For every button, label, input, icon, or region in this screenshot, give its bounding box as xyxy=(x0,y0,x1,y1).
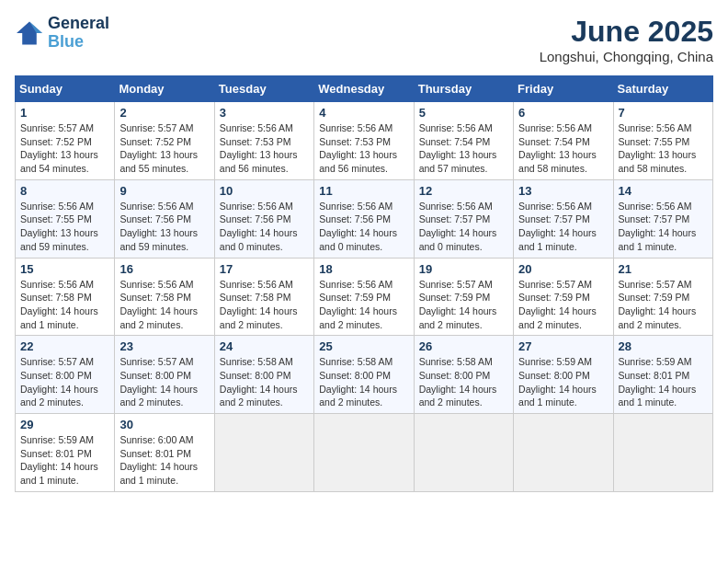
daylight-label: Daylight: 14 hours and 2 minutes. xyxy=(419,305,497,330)
day-number: 20 xyxy=(518,262,608,276)
day-info: Sunrise: 5:59 AM Sunset: 8:01 PM Dayligh… xyxy=(619,355,708,409)
weekday-header-tuesday: Tuesday xyxy=(214,76,313,102)
calendar-table: SundayMondayTuesdayWednesdayThursdayFrid… xyxy=(15,75,713,492)
day-info: Sunrise: 5:57 AM Sunset: 7:59 PM Dayligh… xyxy=(619,278,708,332)
day-info: Sunrise: 5:57 AM Sunset: 7:59 PM Dayligh… xyxy=(419,278,508,332)
calendar-cell: 25 Sunrise: 5:58 AM Sunset: 8:00 PM Dayl… xyxy=(314,336,414,414)
day-number: 19 xyxy=(419,262,508,276)
day-info: Sunrise: 5:56 AM Sunset: 7:53 PM Dayligh… xyxy=(220,121,309,176)
day-info: Sunrise: 5:56 AM Sunset: 7:56 PM Dayligh… xyxy=(319,200,408,254)
logo-text: General Blue xyxy=(48,15,109,52)
day-info: Sunrise: 5:58 AM Sunset: 8:00 PM Dayligh… xyxy=(319,355,408,409)
daylight-label: Daylight: 13 hours and 55 minutes. xyxy=(119,149,198,174)
calendar-cell xyxy=(514,414,613,492)
day-number: 9 xyxy=(119,184,209,198)
calendar-cell: 13 Sunrise: 5:56 AM Sunset: 7:57 PM Dayl… xyxy=(514,179,613,258)
calendar-cell: 20 Sunrise: 5:57 AM Sunset: 7:59 PM Dayl… xyxy=(514,258,613,336)
calendar-cell: 21 Sunrise: 5:57 AM Sunset: 7:59 PM Dayl… xyxy=(613,258,712,336)
weekday-header-row: SundayMondayTuesdayWednesdayThursdayFrid… xyxy=(16,76,713,102)
sunrise-label: Sunrise: 6:00 AM xyxy=(119,434,193,445)
calendar-cell: 29 Sunrise: 5:59 AM Sunset: 8:01 PM Dayl… xyxy=(16,414,115,492)
sunset-label: Sunset: 7:58 PM xyxy=(119,292,191,303)
sunset-label: Sunset: 7:52 PM xyxy=(20,136,92,147)
day-number: 10 xyxy=(220,184,309,198)
daylight-label: Daylight: 14 hours and 2 minutes. xyxy=(319,384,397,408)
calendar-cell: 6 Sunrise: 5:56 AM Sunset: 7:54 PM Dayli… xyxy=(514,102,613,180)
sunset-label: Sunset: 7:59 PM xyxy=(319,292,391,303)
daylight-label: Daylight: 13 hours and 58 minutes. xyxy=(619,149,697,174)
sunset-label: Sunset: 8:01 PM xyxy=(20,448,92,459)
sunrise-label: Sunrise: 5:56 AM xyxy=(119,201,193,212)
day-number: 22 xyxy=(20,339,109,353)
calendar-cell: 16 Sunrise: 5:56 AM Sunset: 7:58 PM Dayl… xyxy=(115,258,214,336)
sunset-label: Sunset: 8:00 PM xyxy=(419,370,491,381)
sunrise-label: Sunrise: 5:59 AM xyxy=(619,356,692,367)
sunset-label: Sunset: 8:00 PM xyxy=(220,370,291,381)
calendar-week-5: 29 Sunrise: 5:59 AM Sunset: 8:01 PM Dayl… xyxy=(16,414,713,492)
day-number: 29 xyxy=(20,418,109,431)
calendar-cell xyxy=(613,414,712,492)
sunrise-label: Sunrise: 5:56 AM xyxy=(619,201,692,212)
day-info: Sunrise: 5:56 AM Sunset: 7:57 PM Dayligh… xyxy=(619,200,708,254)
daylight-label: Daylight: 13 hours and 56 minutes. xyxy=(220,149,298,174)
day-info: Sunrise: 5:56 AM Sunset: 7:57 PM Dayligh… xyxy=(419,200,508,254)
day-number: 18 xyxy=(319,262,408,276)
calendar-cell: 17 Sunrise: 5:56 AM Sunset: 7:58 PM Dayl… xyxy=(214,258,313,336)
calendar-cell: 3 Sunrise: 5:56 AM Sunset: 7:53 PM Dayli… xyxy=(214,102,313,180)
sunrise-label: Sunrise: 5:56 AM xyxy=(119,279,193,290)
day-info: Sunrise: 5:56 AM Sunset: 7:58 PM Dayligh… xyxy=(220,278,309,332)
sunset-label: Sunset: 7:56 PM xyxy=(119,213,191,224)
daylight-label: Daylight: 14 hours and 1 minute. xyxy=(20,305,98,330)
calendar-cell: 5 Sunrise: 5:56 AM Sunset: 7:54 PM Dayli… xyxy=(414,102,513,180)
title-block: June 2025 Longshui, Chongqing, China xyxy=(540,15,713,64)
day-number: 12 xyxy=(419,184,508,198)
sunset-label: Sunset: 8:01 PM xyxy=(119,448,191,459)
daylight-label: Daylight: 14 hours and 1 minute. xyxy=(619,384,697,408)
day-info: Sunrise: 5:57 AM Sunset: 7:52 PM Dayligh… xyxy=(20,121,109,176)
daylight-label: Daylight: 14 hours and 2 minutes. xyxy=(220,384,298,408)
sunset-label: Sunset: 7:57 PM xyxy=(419,213,491,224)
sunset-label: Sunset: 7:58 PM xyxy=(20,292,92,303)
day-info: Sunrise: 5:56 AM Sunset: 7:54 PM Dayligh… xyxy=(518,121,608,176)
daylight-label: Daylight: 14 hours and 2 minutes. xyxy=(119,384,198,408)
daylight-label: Daylight: 13 hours and 54 minutes. xyxy=(20,149,98,174)
day-number: 25 xyxy=(319,339,408,353)
weekday-header-thursday: Thursday xyxy=(414,76,513,102)
sunrise-label: Sunrise: 5:56 AM xyxy=(220,201,293,212)
calendar-cell: 10 Sunrise: 5:56 AM Sunset: 7:56 PM Dayl… xyxy=(214,179,313,258)
month-title: June 2025 xyxy=(540,15,713,49)
daylight-label: Daylight: 13 hours and 57 minutes. xyxy=(419,149,497,174)
weekday-header-friday: Friday xyxy=(514,76,613,102)
sunrise-label: Sunrise: 5:56 AM xyxy=(319,201,392,212)
calendar-cell: 11 Sunrise: 5:56 AM Sunset: 7:56 PM Dayl… xyxy=(314,179,414,258)
day-number: 6 xyxy=(518,106,608,120)
day-info: Sunrise: 5:56 AM Sunset: 7:58 PM Dayligh… xyxy=(119,278,209,332)
calendar-cell: 1 Sunrise: 5:57 AM Sunset: 7:52 PM Dayli… xyxy=(16,102,115,180)
day-number: 11 xyxy=(319,184,408,198)
day-number: 2 xyxy=(119,106,209,120)
day-number: 26 xyxy=(419,339,508,353)
calendar-cell: 14 Sunrise: 5:56 AM Sunset: 7:57 PM Dayl… xyxy=(613,179,712,258)
calendar-cell: 7 Sunrise: 5:56 AM Sunset: 7:55 PM Dayli… xyxy=(613,102,712,180)
sunset-label: Sunset: 8:00 PM xyxy=(119,370,191,381)
daylight-label: Daylight: 14 hours and 2 minutes. xyxy=(319,305,397,330)
sunset-label: Sunset: 8:00 PM xyxy=(319,370,391,381)
daylight-label: Daylight: 13 hours and 56 minutes. xyxy=(319,149,397,174)
daylight-label: Daylight: 14 hours and 1 minute. xyxy=(619,227,697,252)
day-number: 24 xyxy=(220,339,309,353)
logo-icon xyxy=(15,20,44,46)
sunset-label: Sunset: 7:53 PM xyxy=(220,136,291,147)
sunset-label: Sunset: 7:54 PM xyxy=(518,136,590,147)
day-number: 21 xyxy=(619,262,708,276)
sunrise-label: Sunrise: 5:57 AM xyxy=(619,279,692,290)
sunrise-label: Sunrise: 5:57 AM xyxy=(518,279,592,290)
daylight-label: Daylight: 13 hours and 58 minutes. xyxy=(518,149,597,174)
calendar-cell: 18 Sunrise: 5:56 AM Sunset: 7:59 PM Dayl… xyxy=(314,258,414,336)
day-info: Sunrise: 5:56 AM Sunset: 7:56 PM Dayligh… xyxy=(220,200,309,254)
calendar-week-1: 1 Sunrise: 5:57 AM Sunset: 7:52 PM Dayli… xyxy=(16,102,713,180)
sunset-label: Sunset: 7:56 PM xyxy=(220,213,291,224)
calendar-cell: 8 Sunrise: 5:56 AM Sunset: 7:55 PM Dayli… xyxy=(16,179,115,258)
sunrise-label: Sunrise: 5:57 AM xyxy=(119,356,193,367)
day-info: Sunrise: 5:59 AM Sunset: 8:01 PM Dayligh… xyxy=(20,433,109,488)
day-info: Sunrise: 5:57 AM Sunset: 7:52 PM Dayligh… xyxy=(119,121,209,176)
